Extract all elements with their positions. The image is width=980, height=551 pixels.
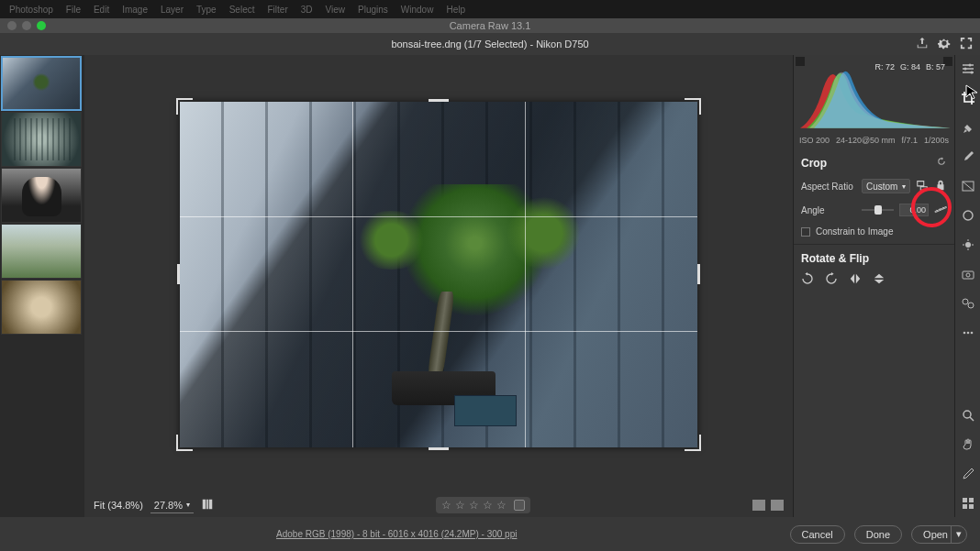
exif-lens: 24-120@50 mm [836,136,896,145]
preset-tool-icon[interactable] [960,295,976,312]
hand-tool-icon[interactable] [960,436,976,453]
filmstrip[interactable] [0,55,84,517]
star-2[interactable]: ☆ [455,499,465,512]
reset-crop-icon[interactable] [936,156,947,170]
document-bar: bonsai-tree.dng (1/7 Selected) - Nikon D… [0,33,980,55]
menu-app: Photoshop [9,5,53,15]
svg-point-2 [970,72,973,74]
doc-filename: bonsai-tree.dng (1/7 Selected) - Nikon D… [391,39,588,50]
flip-horizontal-icon[interactable] [849,272,862,289]
gear-icon[interactable] [938,37,951,51]
canvas-area: Fit (34.8%) 27.8%▾ ☆ ☆ ☆ ☆ ☆ [84,55,793,517]
view-single-icon[interactable] [752,500,765,511]
right-panel: R: 72 G: 84 B: 57 ISO 200 24-120@50 mm f… [793,55,954,517]
crop-tool-icon[interactable] [960,90,976,106]
more-tool-icon[interactable] [960,325,976,341]
star-3[interactable]: ☆ [469,499,479,512]
redeye-tool-icon[interactable] [960,237,976,253]
svg-rect-16 [963,504,967,509]
crop-handle-right[interactable] [697,264,700,284]
flip-vertical-icon[interactable] [873,272,885,289]
zoom-tool-icon[interactable] [960,407,976,424]
svg-rect-14 [963,498,967,502]
crop-handle-br[interactable] [685,435,701,451]
window-title-text: Camera Raw 13.1 [450,20,531,31]
close-window-button[interactable] [7,21,17,30]
svg-point-1 [963,68,966,71]
svg-rect-17 [969,504,974,509]
minimize-window-button[interactable] [22,21,31,30]
histogram[interactable]: R: 72 G: 84 B: 57 [796,57,952,130]
crop-panel-title: Crop [801,157,827,170]
radial-tool-icon[interactable] [960,207,976,224]
svg-point-12 [970,332,973,335]
gradient-tool-icon[interactable] [960,178,976,194]
open-dropdown-button[interactable]: ▾ [951,525,967,544]
crop-handle-bottom[interactable] [429,447,449,450]
cancel-button[interactable]: Cancel [790,525,845,544]
rotateflip-title: Rotate & Flip [801,252,869,265]
aspect-ratio-select[interactable]: Custom▾ [862,179,910,193]
constrain-checkbox[interactable] [801,227,810,237]
histo-g: G: 84 [900,62,920,72]
fit-label[interactable]: Fit (34.8%) [94,500,143,511]
crop-handle-top[interactable] [429,99,449,102]
exif-shutter: 1/200s [924,136,949,145]
brush-tool-icon[interactable] [960,149,976,165]
histo-b: B: 57 [926,62,945,72]
constrain-label: Constrain to Image [816,226,894,237]
svg-point-11 [966,332,969,335]
star-4[interactable]: ☆ [483,499,493,512]
snapshot-tool-icon[interactable] [960,266,976,282]
edit-tool-icon[interactable] [960,61,976,77]
rotate-cw-icon[interactable] [825,272,838,289]
view-compare-icon[interactable] [771,500,784,511]
exif-iso: ISO 200 [799,136,830,145]
angle-label: Angle [801,205,856,215]
grid-toggle-icon[interactable] [201,498,214,512]
angle-slider[interactable] [862,209,894,211]
exif-aperture: f/7.1 [902,136,919,145]
shadow-clip-icon[interactable] [796,57,805,66]
svg-point-10 [963,332,965,335]
fullscreen-icon[interactable] [960,37,973,51]
canvas-footer: Fit (34.8%) 27.8%▾ ☆ ☆ ☆ ☆ ☆ [84,493,793,517]
straighten-icon[interactable] [934,203,947,217]
thumbnail-4[interactable] [1,224,82,279]
grid-view-icon[interactable] [960,495,976,512]
thumbnail-2[interactable] [1,112,82,167]
tool-rail [954,55,980,517]
svg-point-7 [966,273,970,277]
file-metadata-link[interactable]: Adobe RGB (1998) - 8 bit - 6016 x 4016 (… [276,529,517,539]
swap-orientation-icon[interactable] [916,179,929,193]
rotate-ccw-icon[interactable] [801,272,814,289]
thumbnail-1[interactable] [1,56,82,111]
color-label-picker[interactable] [514,500,525,511]
lock-aspect-icon[interactable] [934,179,947,193]
heal-tool-icon[interactable] [960,119,976,136]
macos-menubar: Photoshop File Edit Image Layer Type Sel… [0,0,980,18]
canvas-view[interactable] [84,55,793,493]
exif-bar: ISO 200 24-120@50 mm f/7.1 1/200s [794,132,954,149]
zoom-dropdown[interactable]: 27.8%▾ [150,498,194,513]
svg-point-9 [968,303,974,308]
thumbnail-5[interactable] [1,280,82,335]
thumbnail-3[interactable] [1,168,82,223]
done-button[interactable]: Done [854,525,902,544]
angle-input[interactable] [899,204,929,216]
crop-handle-tl[interactable] [176,98,193,115]
star-1[interactable]: ☆ [441,499,451,512]
crop-handle-left[interactable] [177,264,180,284]
star-5[interactable]: ☆ [496,499,507,512]
svg-point-8 [963,299,968,304]
rating-bar[interactable]: ☆ ☆ ☆ ☆ ☆ [436,497,530,513]
crop-handle-bl[interactable] [176,435,193,451]
svg-point-4 [963,211,973,220]
traffic-lights[interactable] [7,21,46,30]
export-icon[interactable] [916,37,929,51]
aspect-ratio-label: Aspect Ratio [801,182,856,192]
crop-frame[interactable] [180,102,697,447]
sampler-tool-icon[interactable] [960,466,976,482]
fullscreen-window-button[interactable] [37,21,46,30]
crop-handle-tr[interactable] [685,98,701,115]
